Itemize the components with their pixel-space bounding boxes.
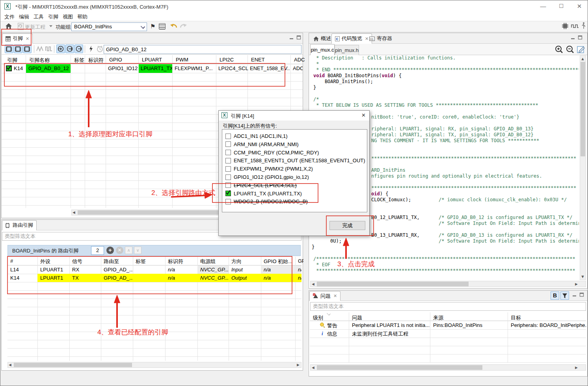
routed-cell-0-4[interactable] <box>133 265 165 274</box>
export-icon[interactable] <box>577 45 586 54</box>
undo-icon[interactable] <box>170 23 178 30</box>
menu-3[interactable]: 引脚 <box>48 13 58 20</box>
routed-cell-0-8[interactable]: n/a <box>261 265 295 274</box>
signal-wave-icon[interactable] <box>35 45 44 53</box>
log-icon[interactable] <box>159 23 166 30</box>
routed-cell-1-3[interactable]: GPIO_AD_... <box>101 274 133 282</box>
package-view-icon-1[interactable] <box>5 45 13 53</box>
code-scroll-right-icon[interactable]: ► <box>574 281 579 287</box>
conflict-icon[interactable] <box>87 45 95 53</box>
routed-col-9[interactable]: GP <box>298 258 303 264</box>
update-dropdown-icon[interactable] <box>49 25 52 27</box>
routed-cell-1-4[interactable] <box>133 274 165 282</box>
signal-item-7[interactable]: LPUART1_TX (LPUART1,TX) <box>222 189 367 198</box>
problems-maximize-icon[interactable] <box>579 292 584 297</box>
menu-4[interactable]: 视图 <box>63 13 73 20</box>
package-view-icon-3[interactable] <box>23 45 32 53</box>
tab-registers[interactable]: 01 寄存器 <box>366 33 395 44</box>
pins-search-input[interactable]: GPIO_AD_B0_12 <box>104 45 301 54</box>
routed-cell-1-1[interactable]: LPUART1 <box>37 274 69 282</box>
code-vscroll-thumb[interactable] <box>581 62 585 156</box>
tab-routed-pins[interactable]: 路由引脚 <box>2 220 37 230</box>
code-scroll-left-icon[interactable]: ◄ <box>311 281 315 287</box>
pin-adc-cell[interactable]: ADC1 <box>293 65 303 71</box>
pins-col-7[interactable]: LPI2C <box>220 57 234 63</box>
usb-icon[interactable] <box>581 22 586 30</box>
routed-col-1[interactable]: 外设 <box>40 258 69 265</box>
routed-row-1[interactable]: K14LPUART1TXGPIO_AD_...n/aNVCC_GP...Outp… <box>7 274 301 282</box>
routed-scroll-right-icon[interactable]: ► <box>296 362 300 368</box>
pins-col-6[interactable]: PWM <box>176 57 188 63</box>
signal-checkbox[interactable] <box>225 134 231 139</box>
move-down-button[interactable]: ∨ <box>134 247 141 254</box>
signal-checkbox[interactable] <box>225 191 231 196</box>
routed-cell-1-7[interactable]: Output <box>229 274 261 282</box>
minimize-button[interactable]: — <box>540 3 547 10</box>
routed-cell-1-5[interactable]: n/a <box>165 274 197 282</box>
routed-cell-1-0[interactable]: K14 <box>7 274 37 282</box>
pin-pwm-cell[interactable]: FLEXPWM1_P... <box>175 65 215 71</box>
pins-wave-icon[interactable] <box>571 23 579 29</box>
routed-col-3[interactable]: 路由至 <box>104 258 132 265</box>
zoom-in-pin-icon[interactable] <box>74 45 83 53</box>
pins-scroll-left-icon[interactable]: ◄ <box>72 210 76 215</box>
pins-col-8[interactable]: ENET <box>251 57 265 63</box>
pin-enet-cell[interactable]: ENET_1588_EV... <box>250 65 290 71</box>
signal-item-1[interactable]: ARM_NMI (ARM,ARM_NMI) <box>222 140 367 148</box>
square-wave-icon[interactable] <box>45 45 53 53</box>
pin-checkbox[interactable] <box>6 65 12 71</box>
signal-item-2[interactable]: CCM_PMIC_RDY (CCM,PMIC_RDY) <box>222 148 367 157</box>
dialog-close-icon[interactable]: ✕ <box>361 112 366 118</box>
pins-col-5[interactable]: LPUART <box>142 57 162 63</box>
problems-minimize-icon[interactable] <box>572 292 577 297</box>
menu-5[interactable]: 帮助 <box>77 13 87 20</box>
code-scroll-down-icon[interactable]: ▼ <box>581 274 585 280</box>
tab-pin-mux-h[interactable]: pin_mux.h <box>335 45 359 55</box>
tab-overview[interactable]: 概述 <box>310 33 334 44</box>
signal-checkbox[interactable] <box>225 141 231 147</box>
routed-cell-0-7[interactable]: Input <box>229 265 261 274</box>
signal-item-3[interactable]: ENET_1588_EVENT1_OUT (ENET,1588_EVENT1_O… <box>222 156 367 165</box>
tab-close-icon[interactable]: ✕ <box>26 36 29 41</box>
signal-item-5[interactable]: GPIO1_IO12 (GPIO1,gpio_io,12) <box>222 173 367 181</box>
problems-hscroll-thumb[interactable] <box>317 365 482 370</box>
pins-col-4[interactable]: GPIO <box>109 57 122 63</box>
routed-col-2[interactable]: 信号 <box>72 258 100 265</box>
routed-cell-0-2[interactable]: RX <box>69 265 101 274</box>
problems-filter-input[interactable]: 类型筛选文本 <box>310 302 586 311</box>
code-maximize-icon[interactable] <box>577 35 583 40</box>
routed-cell-0-3[interactable]: GPIO_AD_... <box>101 265 133 274</box>
code-scroll-up-icon[interactable]: ▲ <box>581 56 585 62</box>
add-pin-button[interactable]: + <box>106 247 114 254</box>
processor-icon[interactable] <box>562 22 569 30</box>
menu-0[interactable]: 文件 <box>4 13 15 20</box>
tab-problems[interactable]: x 问题✕ <box>309 291 341 301</box>
code-hscroll-thumb[interactable] <box>317 282 469 286</box>
function-group-combo[interactable]: BOARD_InitPins <box>71 22 147 31</box>
pins-col-2[interactable]: 标签 <box>74 57 84 64</box>
zoom-selected-icon[interactable] <box>56 45 65 53</box>
routed-cell-0-6[interactable]: NVCC_GP... <box>197 265 229 274</box>
routed-col-4[interactable]: 标签 <box>136 258 165 265</box>
signal-item-8[interactable]: WDOG2_B (WDOG2,WDOG_B) <box>222 197 367 206</box>
pin-lpuart-cell[interactable]: LPUART1_TX <box>139 64 172 73</box>
zoom-in-icon[interactable] <box>555 45 564 54</box>
signal-checkbox[interactable] <box>225 199 231 204</box>
signal-item-6[interactable]: LPI2C4_SCL (LPI2C4,SCL) <box>222 181 367 189</box>
pins-col-1[interactable]: 引脚名称 <box>29 57 50 64</box>
redo-icon[interactable] <box>179 23 187 30</box>
routed-col-0[interactable]: # <box>10 258 37 264</box>
zoom-out-icon[interactable] <box>566 45 575 54</box>
home-icon[interactable] <box>5 23 12 30</box>
pins-col-9[interactable]: ADC <box>294 57 305 63</box>
pins-minimize-icon[interactable] <box>289 35 294 40</box>
timer-icon[interactable] <box>95 45 104 53</box>
routed-cell-1-8[interactable]: n/a <box>261 274 295 282</box>
routed-cell-1-6[interactable]: NVCC_GP... <box>197 274 229 282</box>
pins-row-k14[interactable]: K14GPIO_AD_B0_12GPIO1_IO12LPUART1_TXFLEX… <box>2 64 303 73</box>
problems-scroll-left-icon[interactable]: ◄ <box>311 365 315 371</box>
problem-row-1[interactable]: i信息未监测到任何工具链工程 <box>310 329 586 338</box>
routed-cell-0-5[interactable]: n/a <box>165 265 197 274</box>
signal-checkbox[interactable] <box>225 166 231 172</box>
signal-checkbox[interactable] <box>225 150 231 155</box>
